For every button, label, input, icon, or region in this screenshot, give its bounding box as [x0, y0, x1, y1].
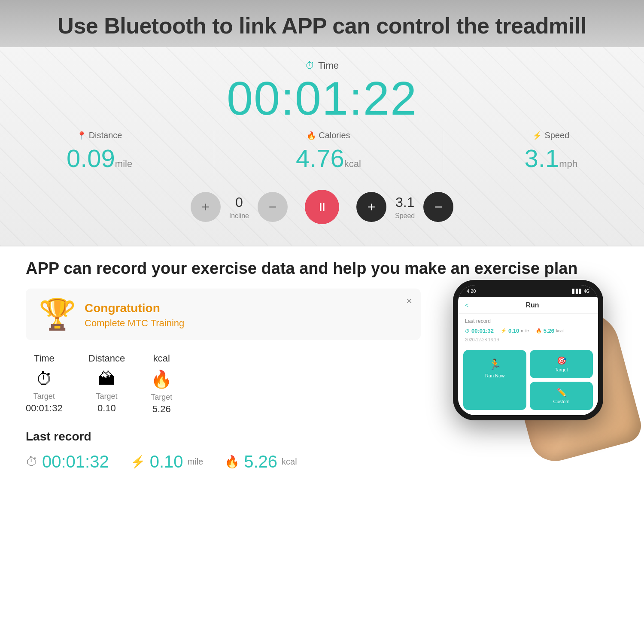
record-kcal-item: 🔥 5.26kcal: [225, 452, 297, 471]
record-time-item: ⏱ 00:01:32: [26, 452, 109, 471]
incline-minus-button[interactable]: −: [258, 192, 288, 222]
congrat-subtitle: Complete MTC Training: [85, 318, 184, 329]
phone-signal: ▋▋▋ 4G: [572, 289, 589, 294]
time-label-row: ⏱ Time: [26, 60, 618, 71]
incline-center: 0 Incline: [229, 194, 249, 220]
record-clock-icon: ⏱: [26, 455, 38, 469]
distance-target: Distance 🏔 Target 0.10: [88, 353, 125, 415]
calories-stat: 🔥 Calories 4.76kcal: [296, 131, 361, 173]
distance-target-value: 0.10: [88, 403, 125, 414]
congrat-text: Congratution Complete MTC Training: [85, 299, 184, 329]
calories-unit: kcal: [344, 158, 361, 169]
phone-nav: < Run: [458, 297, 598, 314]
stopwatch-icon: ⏱: [26, 369, 63, 389]
calories-value: 4.76: [296, 144, 344, 172]
pause-button[interactable]: ⏸: [305, 190, 339, 224]
phone-stat-time: ⏱ 00:01:32: [465, 328, 494, 334]
phone-distance-icon: ⚡: [501, 328, 507, 334]
phone-record-distance: 0.10: [508, 328, 519, 334]
last-record-title: Last record: [26, 430, 421, 444]
calories-label: Calories: [319, 131, 350, 140]
incline-plus-button[interactable]: +: [191, 192, 221, 222]
custom-button[interactable]: ✏️ Custom: [530, 382, 593, 410]
clock-icon: ⏱: [305, 60, 315, 71]
time-display: 00:01:22: [26, 75, 618, 122]
congratulation-card: × 🏆 Congratution Complete MTC Training: [26, 289, 421, 340]
speed-label: Speed: [544, 131, 569, 140]
targets-row: Time ⏱ Target 00:01:32 Distance 🏔 Target…: [26, 353, 421, 415]
distance-target-label: Target: [88, 392, 125, 401]
phone-status-bar: 4:20 ▋▋▋ 4G: [458, 285, 598, 297]
phone-back-button[interactable]: <: [465, 302, 468, 309]
time-target-header: Time: [26, 353, 63, 364]
congrat-title: Congratution: [85, 301, 184, 315]
phone-record-stats: ⏱ 00:01:32 ⚡ 0.10 mile �: [458, 328, 598, 337]
phone-kcal-unit: kcal: [556, 328, 564, 333]
record-kcal-value: 5.26: [244, 452, 277, 471]
record-time-value: 00:01:32: [42, 452, 109, 471]
record-distance-unit: mile: [188, 457, 204, 467]
phone-clock-icon: ⏱: [465, 328, 470, 334]
phone-wrapper: 4:20 ▋▋▋ 4G < Run: [453, 280, 603, 420]
phone-stat-distance: ⚡ 0.10 mile: [501, 328, 529, 334]
phone-last-record-label: Last record: [458, 314, 598, 328]
time-target-value: 00:01:32: [26, 403, 63, 414]
record-kcal-unit: kcal: [282, 457, 297, 467]
kcal-target-label: Target: [151, 393, 172, 402]
header-title: Use Bluetooth to link APP can control th…: [17, 13, 627, 39]
phone-distance-unit: mile: [521, 328, 529, 333]
time-target-label: Target: [26, 392, 63, 401]
time-section: ⏱ Time 00:01:22: [26, 60, 618, 122]
record-distance-value: 0.10: [150, 452, 183, 471]
time-target: Time ⏱ Target 00:01:32: [26, 353, 63, 415]
left-panel: × 🏆 Congratution Complete MTC Training T…: [26, 289, 421, 471]
speed-icon: ⚡: [532, 131, 542, 140]
target-button[interactable]: 🎯 Target: [530, 350, 593, 378]
page-wrapper: Use Bluetooth to link APP can control th…: [0, 0, 644, 644]
incline-group: + 0 Incline −: [191, 192, 288, 222]
phone-stat-kcal: 🔥 5.26 kcal: [536, 328, 564, 334]
stats-row: 📍 Distance 0.09mile 🔥 Calories 4.76kcal: [26, 131, 618, 173]
target-icon: 🎯: [557, 356, 566, 365]
phone-frame: 4:20 ▋▋▋ 4G < Run: [453, 280, 603, 420]
speed-minus-button[interactable]: −: [423, 192, 453, 222]
distance-label: Distance: [89, 131, 122, 140]
speed-plus-button[interactable]: +: [356, 192, 386, 222]
bottom-content: × 🏆 Congratution Complete MTC Training T…: [26, 289, 618, 471]
close-button[interactable]: ×: [406, 295, 412, 307]
run-icon: 🏃: [489, 358, 501, 371]
mountain-icon: 🏔: [88, 369, 125, 389]
phone-buttons-grid: 🏃 Run Now 🎯 Target: [458, 346, 598, 415]
incline-label: Incline: [229, 212, 249, 220]
speed-center: 3.1 Speed: [395, 194, 415, 220]
trophy-icon: 🏆: [39, 299, 76, 329]
kcal-target-header: kcal: [151, 353, 172, 364]
pause-icon: ⏸: [316, 200, 328, 214]
distance-stat: 📍 Distance 0.09mile: [67, 131, 132, 173]
treadmill-section: ⏱ Time 00:01:22 📍 Distance 0.09mile 🔥: [0, 47, 644, 246]
run-now-button[interactable]: 🏃 Run Now: [463, 350, 526, 410]
phone-date: 2020-12-28 16:19: [458, 337, 598, 346]
phone-content: < Run Last record ⏱ 00:01:32: [458, 297, 598, 415]
kcal-target-value: 5.26: [151, 404, 172, 415]
distance-target-header: Distance: [88, 353, 125, 364]
flame-icon: 🔥: [151, 369, 172, 389]
distance-unit: mile: [115, 158, 132, 169]
right-panel: 4:20 ▋▋▋ 4G < Run: [438, 289, 618, 420]
divider-1: [214, 131, 214, 173]
record-distance-icon: ⚡: [131, 455, 146, 469]
phone-screen: 4:20 ▋▋▋ 4G < Run: [458, 285, 598, 415]
speed-control-label: Speed: [395, 212, 415, 220]
record-distance-item: ⚡ 0.10mile: [131, 452, 204, 471]
record-row: ⏱ 00:01:32 ⚡ 0.10mile 🔥 5.26kcal: [26, 452, 421, 471]
kcal-target: kcal 🔥 Target 5.26: [151, 353, 172, 415]
phone-record-time: 00:01:32: [471, 328, 494, 334]
distance-icon: 📍: [77, 131, 86, 140]
phone-kcal-icon: 🔥: [536, 328, 542, 334]
speed-stat: ⚡ Speed 3.1mph: [525, 131, 577, 173]
speed-unit: mph: [559, 158, 577, 169]
calories-icon: 🔥: [307, 131, 316, 140]
controls-row: + 0 Incline − ⏸ + 3.1 Speed −: [26, 185, 618, 233]
header-banner: Use Bluetooth to link APP can control th…: [0, 0, 644, 47]
record-kcal-icon: 🔥: [225, 455, 240, 469]
